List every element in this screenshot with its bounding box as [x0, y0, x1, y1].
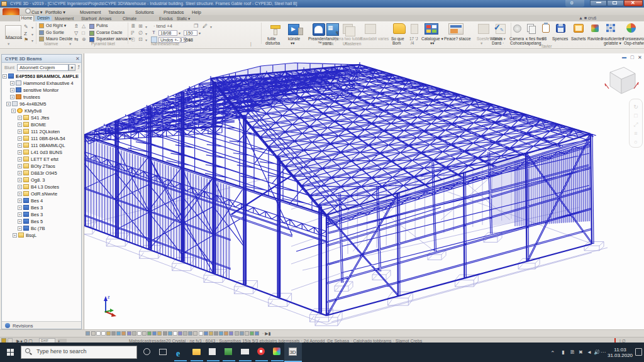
svg-text:z: z [108, 295, 110, 299]
